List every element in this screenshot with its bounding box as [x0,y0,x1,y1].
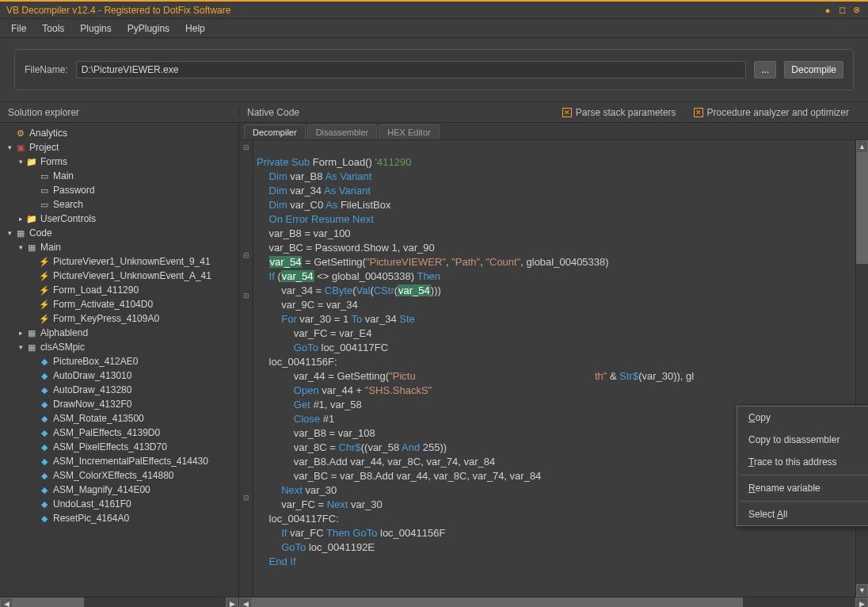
fold-icon[interactable]: ⊟ [239,248,253,262]
tree-item[interactable]: ◆DrawNow_4132F0 [2,397,237,411]
tree-item[interactable]: ▸▦Alphablend [2,326,237,340]
tree-item[interactable]: ⚡PictureViever1_UnknownEvent_A_41 [2,269,237,283]
tree-item[interactable]: ⚡Form_KeyPress_4109A0 [2,311,237,326]
tree-item[interactable]: ◆UndoLast_4161F0 [2,497,237,511]
tree-item-label: ASM_PixelEffects_413D70 [53,441,167,452]
scroll-thumb[interactable] [856,153,868,264]
tree-item[interactable]: ▾▣Project [2,140,237,155]
chk-procedure-analyzer[interactable]: ✕Procedure analyzer and optimizer [694,107,849,118]
tree-item[interactable]: ▸📁UserControls [2,212,237,226]
tree-item[interactable]: ◆ResetPic_4164A0 [2,511,237,525]
menu-file[interactable]: File [3,20,34,37]
blue-icon: ◆ [38,427,51,438]
fold-icon[interactable]: ⊟ [239,288,253,302]
code-view[interactable]: Private Sub Form_Load() '411290 Dim var_… [253,140,855,597]
tree-item[interactable]: ◆ASM_PalEffects_4139D0 [2,426,237,440]
scroll-track[interactable] [252,597,855,607]
tree-toggle-icon[interactable]: ▾ [5,143,14,151]
tree-item[interactable]: ▾📁Forms [2,155,237,169]
scroll-up-icon[interactable]: ▲ [856,140,868,153]
scroll-thumb[interactable] [252,597,743,607]
maximize-icon[interactable]: ◻ [836,5,847,16]
editor-vscroll[interactable]: ▲ ▼ [855,140,868,597]
tree-item[interactable]: ◆PictureBox_412AE0 [2,354,237,368]
scroll-left-icon[interactable]: ◀ [239,597,252,607]
tree-toggle-icon[interactable]: ▸ [16,329,25,337]
tree-item[interactable]: ◆ASM_ColorXEffects_414880 [2,468,237,483]
tree-item[interactable]: ⚙Analytics [2,126,237,140]
tree-item-label: UndoLast_4161F0 [53,498,131,510]
tree-toggle-icon[interactable]: ▾ [16,243,25,251]
menubar: File Tools Plugins PyPlugins Help [0,19,868,38]
code-area: Decompiler Disassembler HEX Editor ⊟ ⊟ ⊟… [239,123,868,607]
tree-item[interactable]: ⚡PictureViever1_UnknownEvent_9_41 [2,254,237,269]
fold-gutter[interactable]: ⊟ ⊟ ⊟ ⊟ [239,140,253,597]
scroll-thumb[interactable] [13,597,84,607]
browse-button[interactable]: ... [754,61,776,78]
decompile-button[interactable]: Decompile [784,61,843,78]
scroll-track[interactable] [13,597,226,607]
tree-toggle-icon[interactable]: ▾ [16,158,25,166]
blue-icon: ◆ [38,498,51,510]
fold-icon[interactable]: ⊟ [239,491,253,504]
tab-hex-editor[interactable]: HEX Editor [379,124,439,139]
tree-item-label: AutoDraw_413010 [53,370,131,381]
tree-item[interactable]: ▭Password [2,183,237,197]
scroll-right-icon[interactable]: ▶ [855,597,868,607]
tree-item-label: Main [53,170,74,181]
fold-icon[interactable]: ⊟ [239,140,253,154]
tree-item-label: ASM_Rotate_413500 [53,413,144,424]
tab-disassembler[interactable]: Disassembler [307,124,378,139]
scroll-down-icon[interactable]: ▼ [856,584,868,597]
tree-item[interactable]: ◆AutoDraw_413280 [2,383,237,397]
tree-item[interactable]: ◆ASM_IncrementalPalEffects_414430 [2,454,237,468]
tree-item-label: PictureViever1_UnknownEvent_A_41 [53,270,211,281]
tree-item[interactable]: ⚡Form_Load_411290 [2,283,237,297]
scroll-right-icon[interactable]: ▶ [226,597,238,607]
blue-icon: ◆ [38,470,51,481]
filename-input[interactable] [76,61,747,78]
menu-plugins[interactable]: Plugins [72,20,119,37]
menu-tools[interactable]: Tools [34,20,72,37]
tree-item[interactable]: ◆ASM_Rotate_413500 [2,411,237,426]
tree-toggle-icon[interactable]: ▾ [5,229,14,237]
minimize-icon[interactable]: ● [822,5,833,16]
ctx-trace-address[interactable]: Trace to this address [737,451,868,473]
tab-decompiler[interactable]: Decompiler [244,124,306,139]
tree-item[interactable]: ◆ASM_Magnify_414E00 [2,483,237,497]
tree-item[interactable]: ▾▦clsASMpic [2,340,237,354]
gear-icon: ⚙ [14,128,27,139]
menu-help[interactable]: Help [177,20,213,37]
tree-item[interactable]: ▾▦Main [2,240,237,254]
form-icon: ▭ [38,170,51,181]
ctx-copy[interactable]: CopyCtrl+C [737,407,868,429]
form-icon: ▭ [38,199,51,210]
ctx-copy-disassembler[interactable]: Copy to disassembler [737,429,868,451]
tree-item[interactable]: ▭Search [2,197,237,212]
separator [740,501,868,502]
tree-toggle-icon[interactable]: ▸ [16,215,25,223]
tree-item-label: clsASMpic [40,342,85,353]
editor-hscroll[interactable]: ◀ ▶ [239,597,868,607]
main-split: ⚙Analytics▾▣Project▾📁Forms▭Main▭Password… [0,123,868,607]
ctx-select-all[interactable]: Select AllCtrl+A [737,503,868,525]
code-icon: ▦ [25,242,38,253]
scroll-left-icon[interactable]: ◀ [0,597,13,607]
project-tree[interactable]: ⚙Analytics▾▣Project▾📁Forms▭Main▭Password… [0,123,238,597]
tree-item[interactable]: ◆AutoDraw_413010 [2,368,237,383]
sidebar-hscroll[interactable]: ◀ ▶ [0,597,238,607]
tree-item[interactable]: ▭Main [2,169,237,183]
chk-parse-stack[interactable]: ✕Parse stack parameters [562,107,676,118]
context-menu: CopyCtrl+C Copy to disassembler Trace to… [737,406,868,526]
tree-toggle-icon[interactable]: ▾ [16,343,25,351]
tree-item-label: UserControls [40,213,96,224]
tree-item-label: PictureBox_412AE0 [53,356,138,367]
ctx-rename-variable[interactable]: Rename variable [737,477,868,499]
editor: ⊟ ⊟ ⊟ ⊟ Private Sub Form_Load() '411290 … [239,140,868,597]
tree-item[interactable]: ◆ASM_PixelEffects_413D70 [2,440,237,454]
menu-pyplugins[interactable]: PyPlugins [120,20,177,37]
tree-item[interactable]: ▾▦Code [2,226,237,240]
titlebar: VB Decompiler v12.4 - Registered to DotF… [0,0,868,19]
close-icon[interactable]: ⊗ [851,5,862,16]
tree-item[interactable]: ⚡Form_Activate_4104D0 [2,297,237,311]
